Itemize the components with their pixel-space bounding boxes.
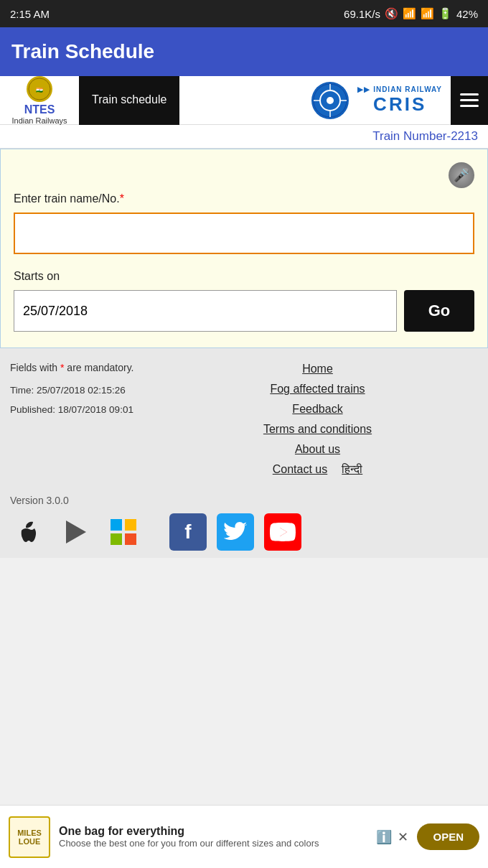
ad-title: One bag for everything — [59, 825, 367, 838]
battery-percent: 42% — [456, 8, 478, 20]
info-right: Home Fog affected trains Feedback Terms … — [157, 360, 478, 476]
mandatory-note: Fields with * are mandatory. — [10, 360, 143, 377]
ntes-emblem: 🇮🇳 — [27, 76, 52, 102]
ad-banner: MILES LOUE One bag for everything Choose… — [0, 805, 488, 868]
train-schedule-nav-label: Train schedule — [92, 93, 166, 108]
svg-text:IR: IR — [329, 99, 332, 103]
svg-marker-10 — [66, 521, 86, 543]
twitter-icon[interactable] — [217, 513, 254, 551]
menu-button[interactable] — [451, 76, 488, 125]
starts-on-label: Starts on — [14, 270, 474, 283]
hindi-link[interactable]: हिन्दी — [342, 463, 362, 476]
nav-right-logos: IR ▶▶ INDIAN RAILWAY CRIS — [311, 76, 488, 125]
about-link[interactable]: About us — [295, 443, 340, 456]
date-row: Go — [14, 290, 474, 332]
app-header: Train Schedule — [0, 27, 488, 76]
battery-icon: 🔋 — [438, 7, 452, 20]
info-published: Published: 18/07/2018 09:01 — [10, 402, 143, 419]
ad-close-icon[interactable]: ✕ — [398, 829, 408, 845]
google-play-icon[interactable] — [57, 513, 95, 551]
hamburger-line-1 — [460, 93, 479, 95]
ad-text: One bag for everything Choose the best o… — [59, 825, 367, 849]
svg-rect-12 — [125, 519, 136, 531]
info-time: Time: 25/07/2018 02:15:26 — [10, 383, 143, 399]
hamburger-line-2 — [460, 99, 479, 101]
cris-top-text: ▶▶ INDIAN RAILWAY — [357, 85, 442, 93]
train-number-text: Train Number-2213 — [372, 129, 478, 143]
version-section: Version 3.0.0 — [0, 485, 488, 558]
ad-logo-line2: LOUE — [19, 837, 41, 846]
home-link[interactable]: Home — [302, 363, 333, 375]
ad-spacer — [0, 558, 488, 621]
ad-info-icon[interactable]: ℹ️ — [376, 829, 392, 845]
ad-logo-line1: MILES — [17, 829, 42, 837]
wifi-icon: 📶 — [403, 7, 416, 20]
required-star: * — [120, 192, 124, 205]
app-title: Train Schedule — [11, 40, 154, 62]
go-button[interactable]: Go — [404, 290, 474, 332]
contact-link[interactable]: Contact us — [273, 463, 327, 476]
status-time: 2:15 AM — [10, 8, 50, 20]
form-section: 🎤 Enter train name/No.* Starts on Go — [0, 149, 488, 348]
mute-icon: 🔇 — [385, 7, 398, 20]
date-input[interactable] — [14, 290, 397, 332]
windows-store-icon[interactable] — [105, 513, 142, 551]
signal-icon: 📶 — [421, 7, 434, 20]
youtube-icon[interactable] — [264, 513, 301, 551]
ntes-subtitle: Indian Railways — [11, 116, 67, 125]
train-schedule-nav-button[interactable]: Train schedule — [79, 76, 179, 125]
cris-main-text: CRIS — [373, 93, 426, 116]
microphone-button[interactable]: 🎤 — [449, 162, 474, 188]
nav-bar: 🇮🇳 NTES Indian Railways Train schedule I… — [0, 76, 488, 125]
svg-rect-14 — [125, 533, 136, 545]
version-text: Version 3.0.0 — [10, 495, 478, 506]
mandatory-star: * — [60, 362, 64, 373]
status-bar: 2:15 AM 69.1K/s 🔇 📶 📶 🔋 42% — [0, 0, 488, 27]
terms-link[interactable]: Terms and conditions — [263, 423, 372, 436]
fog-affected-link[interactable]: Fog affected trains — [270, 383, 365, 396]
info-section: Fields with * are mandatory. Time: 25/07… — [0, 348, 488, 485]
svg-text:🇮🇳: 🇮🇳 — [36, 86, 43, 93]
network-speed: 69.1K/s — [344, 8, 380, 20]
app-store-icons: f — [10, 513, 478, 551]
cris-logo: ▶▶ INDIAN RAILWAY CRIS — [355, 85, 445, 116]
facebook-f-letter: f — [184, 521, 191, 543]
ntes-title: NTES — [24, 103, 55, 116]
ad-subtitle: Choose the best one for you from our dif… — [59, 838, 367, 849]
feedback-link[interactable]: Feedback — [292, 403, 342, 416]
train-name-input[interactable] — [14, 213, 474, 254]
info-left: Fields with * are mandatory. Time: 25/07… — [10, 360, 143, 476]
ad-open-button[interactable]: OPEN — [417, 823, 479, 850]
ad-actions: ℹ️ ✕ — [376, 829, 408, 845]
microphone-icon: 🎤 — [454, 167, 469, 183]
hamburger-line-3 — [460, 105, 479, 107]
ad-logo: MILES LOUE — [9, 816, 50, 858]
indian-railways-logo: IR — [311, 82, 349, 119]
status-right: 69.1K/s 🔇 📶 📶 🔋 42% — [344, 7, 478, 20]
svg-rect-13 — [111, 533, 122, 545]
train-input-label: Enter train name/No.* — [14, 192, 474, 205]
svg-rect-11 — [111, 519, 122, 531]
apple-store-icon[interactable] — [10, 513, 47, 551]
ntes-logo: 🇮🇳 NTES Indian Railways — [0, 76, 79, 125]
train-number-row: Train Number-2213 — [0, 125, 488, 149]
facebook-icon[interactable]: f — [169, 513, 207, 551]
